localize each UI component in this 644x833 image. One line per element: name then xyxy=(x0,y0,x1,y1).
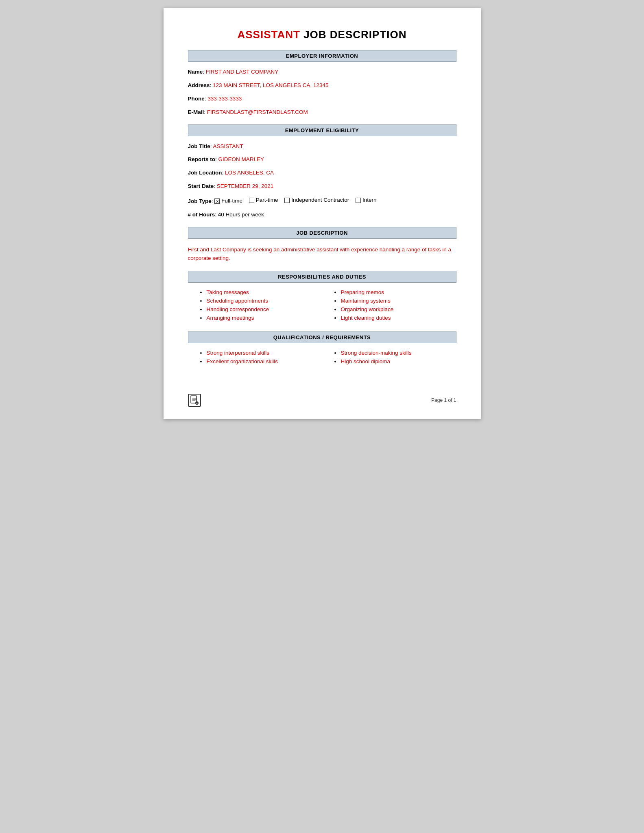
location-label: Job Location xyxy=(188,170,222,176)
parttime-label: Part-time xyxy=(256,196,278,204)
reports-to-value: GIDEON MARLEY xyxy=(218,156,264,162)
fulltime-checkbox: Full-time xyxy=(214,197,242,205)
list-item: Excellent organizational skills xyxy=(200,358,322,364)
employer-address-row: Address: 123 MAIN STREET, LOS ANGELES CA… xyxy=(188,82,456,89)
employer-header: EMPLOYER INFORMATION xyxy=(188,50,456,62)
page-footer: e Page 1 of 1 xyxy=(188,394,456,407)
title-red: ASSISTANT xyxy=(237,28,300,41)
address-value: 123 MAIN STREET, LOS ANGELES CA, 12345 xyxy=(213,82,328,88)
phone-label: Phone xyxy=(188,96,205,102)
list-item: Strong interpersonal skills xyxy=(200,350,322,356)
hours-value: 40 Hours per week xyxy=(218,212,264,218)
phone-value: 333-333-3333 xyxy=(207,96,242,102)
contractor-label: Independent Contractor xyxy=(291,196,349,204)
responsibilities-left-list: Taking messages Scheduling appointments … xyxy=(196,289,322,321)
address-label: Address xyxy=(188,82,210,88)
qualifications-left-col: Strong interpersonal skills Excellent or… xyxy=(188,350,322,367)
job-description-section: JOB DESCRIPTION First and Last Company i… xyxy=(188,227,456,263)
email-colon: : xyxy=(204,109,207,115)
responsibilities-right-list: Preparing memos Maintaining systems Orga… xyxy=(330,289,456,321)
page-title: ASSISTANT JOB DESCRIPTION xyxy=(188,28,456,41)
list-item: Taking messages xyxy=(200,289,322,295)
job-location-row: Job Location: LOS ANGELES, CA xyxy=(188,169,456,177)
location-value: LOS ANGELES, CA xyxy=(225,170,274,176)
employer-email-row: E-Mail: FIRSTANDLAST@FIRSTANDLAST.COM xyxy=(188,109,456,116)
list-item: Scheduling appointments xyxy=(200,298,322,304)
employer-section: EMPLOYER INFORMATION Name: FIRST AND LAS… xyxy=(188,50,456,116)
job-type-row: Job Type: Full-time Part-time Independen… xyxy=(188,196,456,205)
document-page: ASSISTANT JOB DESCRIPTION EMPLOYER INFOR… xyxy=(164,8,481,419)
reports-to-row: Reports to: GIDEON MARLEY xyxy=(188,156,456,164)
job-description-text: First and Last Company is seeking an adm… xyxy=(188,245,456,263)
list-item: Preparing memos xyxy=(334,289,456,295)
intern-checkbox: Intern xyxy=(356,196,377,204)
title-black: JOB DESCRIPTION xyxy=(300,28,407,41)
page-number: Page 1 of 1 xyxy=(431,397,456,403)
responsibilities-list: Taking messages Scheduling appointments … xyxy=(188,289,456,323)
qualifications-section: QUALIFICATIONS / REQUIREMENTS Strong int… xyxy=(188,331,456,367)
qualifications-right-col: Strong decision-making skills High schoo… xyxy=(322,350,456,367)
fulltime-label: Full-time xyxy=(221,197,242,205)
job-desc-header: JOB DESCRIPTION xyxy=(188,227,456,239)
hours-label: # of Hours xyxy=(188,212,215,218)
contractor-checkbox: Independent Contractor xyxy=(284,196,349,204)
job-type-label: Job Type xyxy=(188,198,212,204)
employment-header: EMPLOYMENT ELIGIBILITY xyxy=(188,124,456,136)
qualifications-left-list: Strong interpersonal skills Excellent or… xyxy=(196,350,322,364)
responsibilities-right-col: Preparing memos Maintaining systems Orga… xyxy=(322,289,456,323)
intern-label: Intern xyxy=(362,196,377,204)
email-value: FIRSTANDLAST@FIRSTANDLAST.COM xyxy=(207,109,308,115)
list-item: High school diploma xyxy=(334,358,456,364)
email-label: E-Mail xyxy=(188,109,204,115)
start-date-label: Start Date xyxy=(188,183,214,189)
employer-phone-row: Phone: 333-333-3333 xyxy=(188,95,456,103)
qualifications-list: Strong interpersonal skills Excellent or… xyxy=(188,350,456,367)
qualifications-right-list: Strong decision-making skills High schoo… xyxy=(330,350,456,364)
name-value: FIRST AND LAST COMPANY xyxy=(206,69,279,75)
hours-row: # of Hours: 40 Hours per week xyxy=(188,211,456,219)
start-date-row: Start Date: SEPTEMBER 29, 2021 xyxy=(188,183,456,190)
job-title-row: Job Title: ASSISTANT xyxy=(188,143,456,150)
list-item: Handling correspondence xyxy=(200,306,322,312)
contractor-box xyxy=(284,198,290,203)
job-title-label: Job Title xyxy=(188,143,210,149)
list-item: Organizing workplace xyxy=(334,306,456,312)
list-item: Arranging meetings xyxy=(200,315,322,321)
responsibilities-left-col: Taking messages Scheduling appointments … xyxy=(188,289,322,323)
reports-to-label: Reports to xyxy=(188,156,216,162)
employment-section: EMPLOYMENT ELIGIBILITY Job Title: ASSIST… xyxy=(188,124,456,219)
fulltime-box xyxy=(214,198,220,204)
responsibilities-section: RESPONSIBILITIES AND DUTIES Taking messa… xyxy=(188,271,456,323)
qualifications-header: QUALIFICATIONS / REQUIREMENTS xyxy=(188,331,456,343)
document-icon: e xyxy=(188,394,201,407)
start-date-value: SEPTEMBER 29, 2021 xyxy=(217,183,274,189)
name-colon: : xyxy=(203,69,206,75)
employer-name-row: Name: FIRST AND LAST COMPANY xyxy=(188,68,456,76)
list-item: Light cleaning duties xyxy=(334,315,456,321)
responsibilities-header: RESPONSIBILITIES AND DUTIES xyxy=(188,271,456,283)
parttime-box xyxy=(249,198,254,203)
parttime-checkbox: Part-time xyxy=(249,196,278,204)
intern-box xyxy=(356,198,361,203)
list-item: Maintaining systems xyxy=(334,298,456,304)
name-label: Name xyxy=(188,69,203,75)
list-item: Strong decision-making skills xyxy=(334,350,456,356)
address-colon: : xyxy=(210,82,213,88)
job-title-value: ASSISTANT xyxy=(213,143,243,149)
